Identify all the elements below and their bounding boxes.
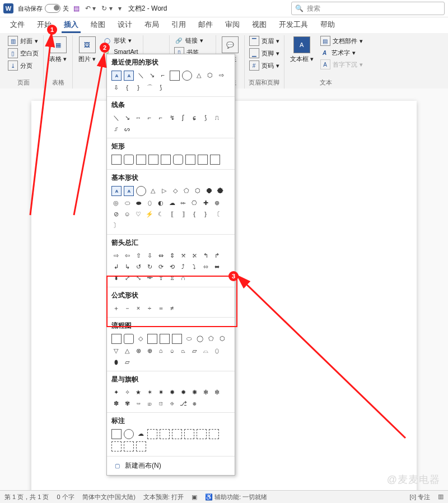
blank-page-button[interactable]: ▯空白页 [7, 48, 40, 59]
status-views-icon[interactable]: ▥ [438, 493, 444, 501]
autosave-toggle[interactable]: 自动保存 关 [18, 4, 69, 13]
save-icon[interactable]: ▤ [73, 4, 80, 12]
qat-more-icon[interactable]: ▾ [118, 4, 122, 12]
status-focus[interactable]: [◊] 专注 [409, 493, 430, 501]
shapes-section-lines: 线条 ＼↘↔⌐⌐↯ʃɕ⟆⎍⎎ᔕ [107, 97, 235, 138]
canvas-icon: ▢ [113, 462, 122, 471]
status-language[interactable]: 简体中文(中国大陆) [82, 493, 136, 501]
search-input[interactable]: 🔍 搜索 [291, 2, 445, 15]
shapes-dropdown-panel: 最近使用的形状 A A ＼ ↘ ⌐ △ ⬡ ⇨ ⇩ { } ⌒ ⟆ 线条 ＼↘↔… [106, 54, 235, 476]
textbox-icon: A [293, 36, 310, 53]
group-text-label: 文本 [288, 77, 364, 89]
shape-curve1[interactable]: ⌒ [145, 83, 154, 92]
status-bar: 第 1 页，共 1 页 0 个字 简体中文(中国大陆) 文本预测: 打开 ▣ ♿… [0, 490, 448, 503]
status-page[interactable]: 第 1 页，共 1 页 [4, 493, 49, 501]
shapes-section-arrows: 箭头总汇 ⇨⇦⇧⇩⇔⇕⤧⤪↰↱↲↳ ↺↻⟳⟲⤴⤵⬄⬌⬍⤢⤡⬲ ⇪⇫∩ [107, 235, 235, 287]
shape-rbrace[interactable]: } [134, 83, 143, 92]
ribbon-tabs: 文件 开始 插入 绘图 设计 布局 引用 邮件 审阅 视图 开发工具 帮助 [0, 17, 448, 33]
tab-draw[interactable]: 绘图 [85, 17, 111, 33]
table-button[interactable]: ▦ 表格 ▾ [47, 35, 69, 64]
shape-curve2[interactable]: ⟆ [156, 83, 165, 92]
shape-hexagon[interactable]: ⬡ [206, 71, 214, 80]
callout-badge-3: 3 [228, 271, 239, 281]
dropcap-button[interactable]: A首字下沉 ▾ [319, 59, 364, 70]
autosave-state: 关 [63, 4, 69, 13]
tab-design[interactable]: 设计 [112, 17, 138, 33]
shapes-section-flowchart: 流程图 ◇⬭◯⬠⬡▽△ ⊗⊕⌂⎐⏢⏥⌓⬯⬮▱ [107, 318, 235, 371]
group-tables-label: 表格 [47, 77, 69, 89]
pagenum-button[interactable]: #页码 ▾ [248, 60, 281, 71]
footer-button[interactable]: ▁页脚 ▾ [248, 48, 281, 59]
shapes-section-recent: 最近使用的形状 A A ＼ ↘ ⌐ △ ⬡ ⇨ ⇩ { } ⌒ ⟆ [107, 54, 235, 97]
shapes-section-rects: 矩形 [107, 138, 235, 170]
group-tables: ▦ 表格 ▾ 表格 [44, 35, 73, 89]
shape-connector[interactable]: ⌐ [158, 71, 167, 80]
watermark: @麦麦电器 [387, 473, 440, 486]
shapes-section-basic: 基本形状 AA△▷◇⬠⬡⯃⯄◎⬭ ⬬⬯◐☁⬰⎔✚⊕⊘☺♡⚡ ☾⟦⟧{}〔〕 [107, 170, 235, 235]
pictures-button[interactable]: 🖼 图片 ▾ [76, 35, 98, 64]
cover-page-button[interactable]: ▥封面 ▾ [7, 35, 40, 46]
undo-icon[interactable]: ↶ ▾ [85, 4, 96, 12]
status-wordcount[interactable]: 0 个字 [57, 493, 74, 501]
callout-badge-1: 1 [47, 25, 57, 35]
title-bar: W 自动保存 关 ▤ ↶ ▾ ↻ ▾ ▾ 文档2 - Word 🔍 搜索 [0, 0, 448, 17]
document-title: 文档2 - Word [128, 4, 167, 13]
shape-rect[interactable] [170, 71, 180, 81]
new-canvas-button[interactable]: ▢ 新建画布(N) [107, 456, 235, 475]
table-icon: ▦ [50, 36, 67, 53]
shape-textbox-v[interactable]: A [124, 71, 134, 81]
tab-references[interactable]: 引用 [166, 17, 192, 33]
link-button[interactable]: 🔗链接 ▾ [173, 35, 212, 45]
search-placeholder: 搜索 [307, 4, 320, 13]
tab-review[interactable]: 审阅 [220, 17, 245, 33]
tab-help[interactable]: 帮助 [315, 17, 340, 33]
shape-triangle[interactable]: △ [194, 71, 203, 80]
tab-layout[interactable]: 布局 [139, 17, 165, 33]
group-headerfooter: ▔页眉 ▾ ▁页脚 ▾ #页码 ▾ 页眉和页脚 [245, 35, 284, 89]
status-accessibility[interactable]: ♿ 辅助功能: 一切就绪 [205, 493, 267, 501]
wordart-button[interactable]: A艺术字 ▾ [319, 48, 364, 58]
shapes-section-callouts: 标注 ☁ [107, 413, 235, 456]
quickparts-button[interactable]: ▤文档部件 ▾ [319, 35, 364, 46]
status-macro-icon[interactable]: ▣ [192, 493, 197, 501]
shape-arrow-down[interactable]: ⇩ [111, 83, 120, 92]
tab-view[interactable]: 视图 [246, 17, 272, 33]
group-text: A 文本框 ▾ ▤文档部件 ▾ A艺术字 ▾ A首字下沉 ▾ 文本 [284, 35, 367, 89]
redo-icon[interactable]: ↻ ▾ [101, 4, 112, 12]
callout-badge-2: 2 [100, 43, 110, 53]
shape-line-arrow[interactable]: ↘ [147, 71, 156, 80]
tab-mailings[interactable]: 邮件 [193, 17, 218, 33]
quick-access-toolbar: ▤ ↶ ▾ ↻ ▾ ▾ [73, 4, 122, 12]
shape-oval[interactable] [182, 71, 192, 81]
tab-file[interactable]: 文件 [4, 17, 30, 33]
group-pages-label: 页面 [7, 77, 40, 89]
shape-arrow-right[interactable]: ⇨ [217, 71, 226, 80]
shape-line[interactable]: ＼ [136, 71, 145, 80]
tab-developer[interactable]: 开发工具 [273, 17, 314, 33]
page-break-button[interactable]: ⤓分页 [7, 60, 40, 71]
autosave-label: 自动保存 [18, 4, 43, 13]
word-app-icon: W [3, 3, 13, 13]
picture-icon: 🖼 [79, 36, 96, 53]
shapes-section-equation: 公式形状 ＋－×÷＝≠ [107, 287, 235, 318]
toggle-icon[interactable] [45, 4, 60, 13]
status-prediction[interactable]: 文本预测: 打开 [143, 493, 184, 501]
search-icon: 🔍 [295, 4, 304, 12]
shape-line1[interactable]: ＼ [111, 113, 120, 122]
shape-lbrace[interactable]: { [123, 83, 132, 92]
shapes-section-stars: 星与旗帜 ✦✧★✶✷✸✹✺✻✼✽✾ ⎃⎄⎅⎆⎇⎈ [107, 371, 235, 413]
group-pages: ▥封面 ▾ ▯空白页 ⤓分页 页面 [3, 35, 44, 89]
textbox-button[interactable]: A 文本框 ▾ [288, 35, 316, 64]
shape-textbox-h[interactable]: A [111, 71, 122, 81]
header-button[interactable]: ▔页眉 ▾ [248, 35, 281, 46]
group-headerfooter-label: 页眉和页脚 [248, 77, 281, 89]
comment-icon: 💬 [222, 36, 239, 53]
tab-insert[interactable]: 插入 [58, 17, 84, 33]
